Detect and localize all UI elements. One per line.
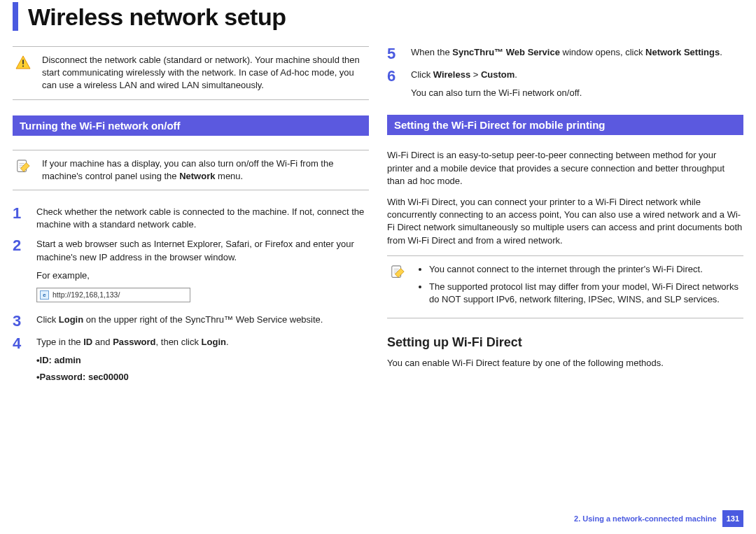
footer-page-number: 131 [722, 510, 743, 527]
step-6-subtext: You can also turn the Wi-Fi network on/o… [411, 87, 743, 99]
subheading-setup-wifi-direct: Setting up Wi-Fi Direct [387, 335, 743, 350]
section-bar-wifi-direct: Setting the Wi-Fi Direct for mobile prin… [387, 115, 743, 135]
steps-left: Check whether the network cable is conne… [13, 206, 369, 384]
warning-icon [15, 55, 32, 72]
section-bar-wifi-onoff: Turning the Wi-Fi network on/off [13, 115, 369, 136]
step-3: Click Login on the upper right of the Sy… [36, 314, 369, 326]
page-title: Wireless network setup [28, 3, 743, 31]
url-text: http://192,168,1,133/ [52, 290, 120, 300]
credential-password: •Password: sec00000 [36, 371, 369, 384]
ie-icon: e [40, 290, 49, 300]
list-item: The supported protocol list may differ f… [429, 281, 741, 307]
credential-id: •ID: admin [36, 354, 369, 367]
note-icon [15, 159, 32, 176]
wifi-direct-limit-list: You cannot connect to the internet throu… [416, 263, 741, 311]
footer-chapter-label: 2. Using a network-connected machine [574, 514, 717, 523]
setup-wifi-direct-intro: You can enable Wi-Fi Direct feature by o… [387, 357, 743, 370]
wifi-direct-intro-2: With Wi-Fi Direct, you can connect your … [387, 196, 743, 247]
warning-text: Disconnect the network cable (standard o… [42, 54, 366, 92]
step-1: Check whether the network cable is conne… [36, 206, 369, 231]
steps-right-continued: When the SyncThru™ Web Service window op… [387, 46, 743, 99]
svg-rect-2 [22, 66, 24, 67]
step-5: When the SyncThru™ Web Service window op… [411, 46, 743, 59]
url-example-box: e http://192,168,1,133/ [36, 288, 190, 302]
info-box-wifi-direct-limits: You cannot connect to the internet throu… [387, 255, 743, 319]
warning-box: Disconnect the network cable (standard o… [13, 46, 369, 100]
left-column: Disconnect the network cable (standard o… [13, 46, 369, 391]
footer: 2. Using a network-connected machine 131 [574, 510, 743, 527]
wifi-direct-intro-1: Wi-Fi Direct is an easy-to-setup peer-to… [387, 149, 743, 188]
right-column: When the SyncThru™ Web Service window op… [387, 46, 743, 391]
note-icon [390, 265, 407, 281]
note-text-control-panel: If your machine has a display, you can a… [42, 157, 366, 183]
step-2-example-label: For example, [36, 269, 369, 282]
info-box-control-panel: If your machine has a display, you can a… [13, 150, 369, 190]
step-2: Start a web browser such as Internet Exp… [36, 238, 369, 306]
step-6: Click Wireless > Custom. You can also tu… [411, 69, 743, 99]
svg-rect-1 [22, 59, 24, 64]
step-4: Type in the ID and Password, then click … [36, 336, 369, 384]
list-item: You cannot connect to the internet throu… [429, 263, 741, 276]
